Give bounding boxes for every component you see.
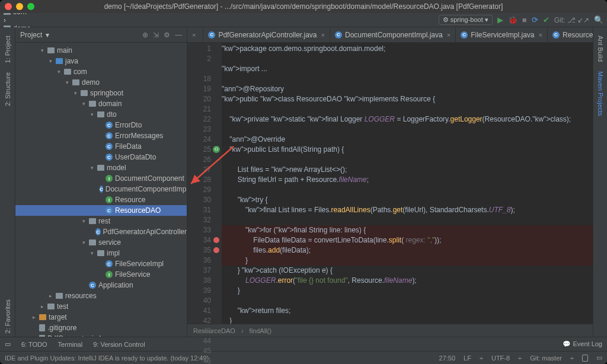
stop-button[interactable]: ■: [522, 15, 527, 24]
readonly-lock-icon[interactable]: [582, 355, 588, 362]
editor-tab[interactable]: CDocumentComponentImpl.java×: [330, 27, 456, 42]
tab-close-left[interactable]: ×: [187, 27, 203, 42]
window-title: demo [~/IdeaProjects/PdfGenerator] - ...…: [0, 2, 607, 11]
editor-breadcrumb: ResourceDAO › findAll(): [187, 324, 593, 337]
tree-node[interactable]: ▾rest: [15, 216, 187, 226]
project-tree[interactable]: ▾main▾java▾com▾demo▾springboot▾domain▾dt…: [15, 43, 187, 337]
ide-window: demo [~/IdeaProjects/PdfGenerator] - ...…: [0, 0, 607, 364]
collapse-all-icon[interactable]: ⇲: [153, 31, 159, 39]
editor-tab[interactable]: CPdfGeneratorApiController.java×: [203, 27, 330, 42]
tree-node[interactable]: ▾impl: [15, 248, 187, 258]
run-config-select[interactable]: ⚙ spring-boot ▾: [439, 15, 493, 25]
override-marker[interactable]: O: [213, 146, 220, 153]
left-tool-buttons: 1: Project 2: Structure 2: Favorites: [0, 27, 15, 337]
tool-version-control[interactable]: 9: Version Control: [93, 341, 145, 348]
tool-event-log[interactable]: 💬 Event Log: [563, 340, 602, 348]
tree-node[interactable]: ▾service: [15, 237, 187, 248]
tool-terminal[interactable]: Terminal: [58, 341, 83, 348]
search-icon[interactable]: 🔍: [594, 15, 603, 24]
tree-node[interactable]: ▾java: [15, 56, 187, 66]
tree-node[interactable]: ▾com: [15, 66, 187, 77]
editor-tab[interactable]: CFileServiceImpl.java×: [456, 27, 548, 42]
tool-project[interactable]: 1: Project: [3, 32, 12, 66]
git-branch[interactable]: Git: ⎇ ↙↗: [554, 16, 589, 24]
crumb-method[interactable]: findAll(): [250, 327, 271, 334]
tool-favorites[interactable]: 2: Favorites: [3, 296, 12, 337]
minimize-window[interactable]: [16, 3, 23, 10]
debug-button[interactable]: 🐞: [508, 15, 517, 24]
file-encoding[interactable]: UTF-8: [491, 355, 510, 362]
git-status[interactable]: Git: master: [530, 355, 562, 362]
tree-node[interactable]: ▾domain: [15, 98, 187, 109]
tree-node[interactable]: ▾demo: [15, 77, 187, 88]
close-window[interactable]: [5, 3, 12, 10]
tree-node[interactable]: CUserDataDto: [15, 152, 187, 162]
gutter[interactable]: 121819202122232425O262728293031323334353…: [187, 43, 222, 324]
tree-node[interactable]: ▾dto: [15, 109, 187, 120]
tool-structure[interactable]: 2: Structure: [3, 69, 12, 110]
tree-node[interactable]: CErrorMessages: [15, 130, 187, 141]
tree-node[interactable]: CErrorDto: [15, 120, 187, 130]
commit-icon[interactable]: ✔: [543, 15, 550, 24]
titlebar: demo [~/IdeaProjects/PdfGenerator] - ...…: [0, 0, 607, 13]
tree-node[interactable]: ▸test: [15, 301, 187, 312]
bottom-tool-buttons: ▭ 6: TODO Terminal 9: Version Control 💬 …: [0, 337, 607, 351]
line-separator[interactable]: LF: [464, 355, 471, 362]
update-project-icon[interactable]: ⟳: [532, 15, 538, 24]
project-view-label[interactable]: Project: [20, 31, 42, 39]
run-button[interactable]: ▶: [497, 15, 503, 24]
caret-position[interactable]: 27:50: [439, 355, 456, 362]
editor-area: ×CPdfGeneratorApiController.java×CDocume…: [187, 27, 593, 337]
scroll-from-source-icon[interactable]: ⊕: [142, 31, 148, 39]
hide-icon[interactable]: —: [175, 31, 182, 39]
navigation-bar: PdfGenerator›src›main›java›com›demo›spri…: [0, 13, 607, 27]
tool-window-quicklist[interactable]: ▭: [5, 340, 11, 348]
tree-node[interactable]: IResource: [15, 194, 187, 205]
tree-node[interactable]: CFileData: [15, 141, 187, 152]
tree-node[interactable]: CPdfGeneratorApiController: [15, 226, 187, 237]
right-tool-buttons: Ant Build Maven Projects: [593, 27, 607, 337]
tool-ant[interactable]: Ant Build: [596, 32, 605, 65]
tree-node[interactable]: IFileService: [15, 269, 187, 280]
tree-node[interactable]: ▸target: [15, 312, 187, 323]
editor-tab[interactable]: CResource.java×: [548, 27, 593, 42]
more-icon[interactable]: ▭: [596, 354, 602, 362]
tree-node[interactable]: .gitignore: [15, 323, 187, 333]
tree-node[interactable]: CResourceDAO: [15, 205, 187, 216]
tree-node[interactable]: CApplication: [15, 280, 187, 290]
status-bar: IDE and Plugin Updates: IntelliJ IDEA is…: [0, 351, 607, 364]
tool-maven[interactable]: Maven Projects: [596, 68, 605, 120]
tree-node[interactable]: ▾main: [15, 45, 187, 56]
tree-node[interactable]: CDocumentComponentImpl: [15, 184, 187, 194]
settings-icon[interactable]: ⚙: [164, 31, 170, 39]
breakpoint[interactable]: [213, 247, 219, 253]
tool-todo[interactable]: 6: TODO: [21, 341, 47, 348]
maximize-window[interactable]: [27, 3, 34, 10]
breakpoint[interactable]: [213, 237, 219, 243]
tree-node[interactable]: IDocumentComponent: [15, 173, 187, 184]
tree-node[interactable]: ▾model: [15, 162, 187, 173]
editor-tabs: ×CPdfGeneratorApiController.java×CDocume…: [187, 27, 593, 43]
code-editor[interactable]: "kw">package com.demo.springboot.domain.…: [222, 43, 593, 324]
project-tool-window: Project ▾ ⊕ ⇲ ⚙ — ▾main▾java▾com▾demo▾sp…: [15, 27, 187, 337]
tree-node[interactable]: CFileServiceImpl: [15, 258, 187, 269]
tree-node[interactable]: ▸resources: [15, 290, 187, 301]
status-message[interactable]: IDE and Plugin Updates: IntelliJ IDEA is…: [5, 355, 209, 362]
tree-node[interactable]: ▾springboot: [15, 88, 187, 98]
